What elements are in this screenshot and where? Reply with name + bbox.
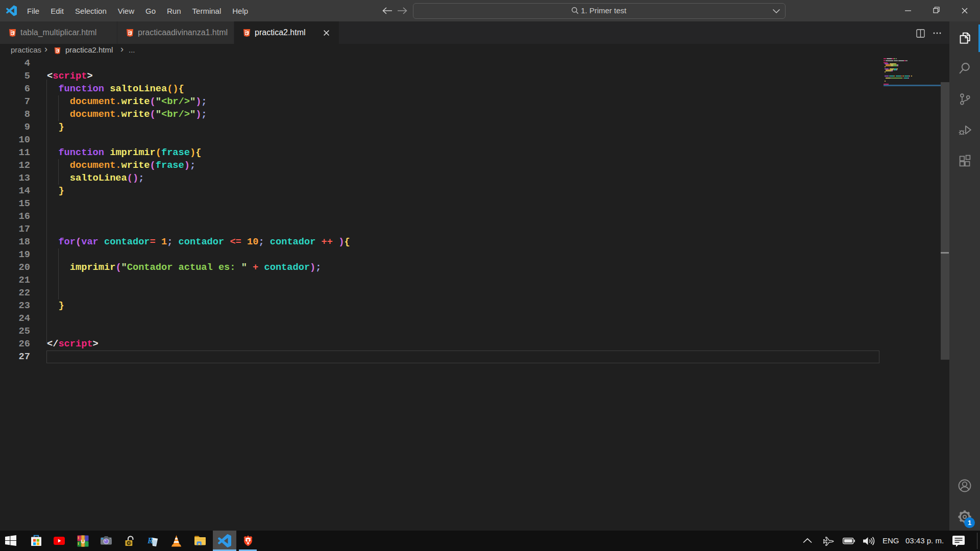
svg-text:R: R: [148, 536, 153, 545]
